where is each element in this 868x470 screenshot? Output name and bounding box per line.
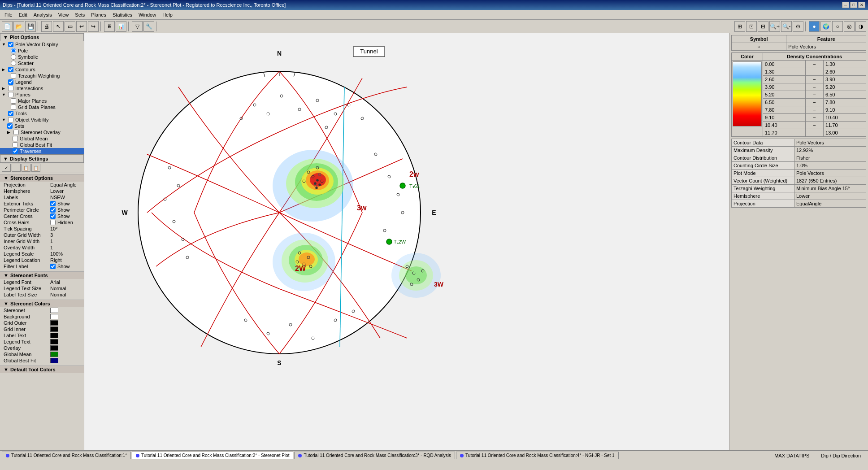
- tree-grid-planes[interactable]: Grid Data Planes: [0, 104, 84, 110]
- select-button[interactable]: ▭: [65, 21, 75, 32]
- globe-icon[interactable]: 🌍: [820, 21, 831, 32]
- cb-center-cross[interactable]: [50, 213, 56, 219]
- cb-contours[interactable]: [8, 67, 13, 72]
- status-tab-4[interactable]: Tutorial 11 Oriented Core and Rock Mass …: [456, 452, 619, 459]
- pointer-button[interactable]: ↖: [53, 21, 64, 32]
- ds-copy1-btn[interactable]: 📋: [22, 164, 30, 172]
- icon-2[interactable]: ⊡: [746, 21, 757, 32]
- cb-sets[interactable]: [7, 123, 13, 129]
- radio-pole[interactable]: [11, 48, 16, 53]
- menu-help[interactable]: Help: [160, 11, 175, 18]
- monitor-button[interactable]: 🖥: [104, 21, 115, 32]
- ds-check-btn[interactable]: ✓: [2, 164, 11, 172]
- color-background[interactable]: [50, 314, 58, 319]
- cb-terzaghi[interactable]: [11, 73, 16, 78]
- ds-minus-btn[interactable]: −: [12, 164, 21, 172]
- icon-1[interactable]: ⊞: [734, 21, 745, 32]
- menu-view[interactable]: View: [56, 11, 72, 18]
- color-grid-inner[interactable]: [50, 326, 58, 332]
- ds-copy2-btn[interactable]: 📋: [31, 164, 40, 172]
- menu-sets[interactable]: Sets: [72, 11, 87, 18]
- undo-button[interactable]: ↩: [76, 21, 87, 32]
- ds-header[interactable]: ▼ Display Settings: [0, 155, 84, 163]
- color-icon[interactable]: ●: [809, 21, 820, 32]
- zoom-fit-button[interactable]: ⊙: [793, 21, 803, 32]
- zoom-in-button[interactable]: 🔍+: [769, 21, 780, 32]
- zoom-out-button[interactable]: 🔍-: [781, 21, 792, 32]
- tree-stereonet-overlay[interactable]: ▶ Stereonet Overlay: [0, 129, 84, 135]
- tree-legend[interactable]: Legend: [0, 79, 84, 85]
- cb-global-mean[interactable]: [13, 136, 18, 141]
- new-button[interactable]: 📄: [2, 21, 13, 32]
- status-tab-3[interactable]: Tutorial 11 Oriented Core and Rock Mass …: [294, 452, 455, 459]
- restore-button[interactable]: □: [850, 2, 857, 8]
- icon-3[interactable]: ⊟: [758, 21, 768, 32]
- cb-filter-label[interactable]: [50, 264, 56, 269]
- cb-obj-vis[interactable]: [8, 117, 13, 122]
- tree-traverses[interactable]: Traverses: [0, 148, 84, 154]
- color-grid-outer[interactable]: [50, 320, 58, 326]
- tree-tools[interactable]: Tools: [0, 110, 84, 117]
- sphere-icon[interactable]: ○: [832, 21, 843, 32]
- radio-symbolic[interactable]: [11, 54, 16, 60]
- cb-tools[interactable]: [8, 111, 13, 116]
- cb-planes[interactable]: [8, 92, 13, 97]
- filter-button[interactable]: ▽: [132, 21, 143, 32]
- cb-global-best-fit[interactable]: [13, 142, 18, 148]
- status-tab-2[interactable]: Tutorial 11 Oriented Core and Rock Mass …: [132, 452, 293, 459]
- default-tool-colors-header[interactable]: ▼ Default Tool Colors: [0, 366, 84, 373]
- color-stereonet[interactable]: [50, 308, 58, 313]
- menu-file[interactable]: File: [2, 11, 15, 18]
- chart-button[interactable]: 📊: [116, 21, 126, 32]
- pie-icon[interactable]: ◑: [855, 21, 866, 32]
- stereonet-fonts-header[interactable]: ▼ Stereonet Fonts: [0, 271, 84, 279]
- color-global-mean[interactable]: [50, 352, 58, 357]
- cb-traverses[interactable]: [13, 148, 18, 154]
- tree-planes[interactable]: ▼ Planes: [0, 91, 84, 98]
- tree-sets[interactable]: Sets: [0, 123, 84, 129]
- tree-pole-radio[interactable]: Pole: [0, 48, 84, 54]
- color-overlay[interactable]: [50, 345, 58, 351]
- tools-button[interactable]: 🔧: [143, 21, 154, 32]
- status-tab-1[interactable]: Tutorial 11 Oriented Core and Rock Mass …: [2, 452, 131, 459]
- tree-symbolic-radio[interactable]: Symbolic: [0, 54, 84, 60]
- tree-global-best-fit[interactable]: Global Best Fit: [0, 142, 84, 148]
- color-legend-text[interactable]: [50, 339, 58, 344]
- plot-options-header[interactable]: ▼ Plot Options: [0, 33, 84, 41]
- radio-scatter[interactable]: [11, 61, 16, 66]
- tree-terzaghi[interactable]: Terzaghi Weighting: [0, 73, 84, 79]
- color-global-best[interactable]: [50, 358, 58, 363]
- tree-scatter-radio[interactable]: Scatter: [0, 60, 84, 66]
- cb-pole-vector[interactable]: [8, 42, 13, 47]
- menu-window[interactable]: Window: [136, 11, 159, 18]
- tree-contours[interactable]: ▶ Contours: [0, 66, 84, 73]
- cb-ext-ticks[interactable]: [50, 201, 56, 206]
- cb-perimeter[interactable]: [50, 207, 56, 213]
- stereonet-options-header[interactable]: ▼ Stereonet Options: [0, 174, 84, 182]
- stereonet-plot[interactable]: Tunnel N S E W: [111, 42, 447, 379]
- menu-edit[interactable]: Edit: [16, 11, 30, 18]
- tree-pole-vector[interactable]: ▼ Pole Vector Display: [0, 41, 84, 48]
- stereo-icon[interactable]: ◎: [844, 21, 855, 32]
- minimize-button[interactable]: ─: [842, 2, 849, 8]
- redo-button[interactable]: ↪: [88, 21, 99, 32]
- stereonet-colors-header[interactable]: ▼ Stereonet Colors: [0, 300, 84, 307]
- menu-statistics[interactable]: Statistics: [110, 11, 135, 18]
- open-button[interactable]: 📂: [13, 21, 24, 32]
- color-label-text[interactable]: [50, 333, 58, 338]
- cb-stereonet-overlay[interactable]: [13, 130, 19, 135]
- cb-intersections[interactable]: [8, 86, 13, 91]
- close-button[interactable]: ✕: [858, 2, 865, 8]
- cb-legend[interactable]: [8, 79, 13, 85]
- tree-global-mean[interactable]: Global Mean: [0, 135, 84, 142]
- tree-intersections[interactable]: ▶ Intersections: [0, 85, 84, 91]
- cb-grid-planes[interactable]: [11, 104, 16, 110]
- print-button[interactable]: 🖨: [41, 21, 52, 32]
- cb-major-planes[interactable]: [11, 98, 16, 104]
- tree-obj-vis[interactable]: ▼ Object Visibility: [0, 117, 84, 123]
- menu-planes[interactable]: Planes: [88, 11, 109, 18]
- save-button[interactable]: 💾: [25, 21, 36, 32]
- cb-cross-hairs[interactable]: [50, 220, 56, 225]
- menu-analysis[interactable]: Analysis: [31, 11, 55, 18]
- tree-major-planes[interactable]: Major Planes: [0, 98, 84, 104]
